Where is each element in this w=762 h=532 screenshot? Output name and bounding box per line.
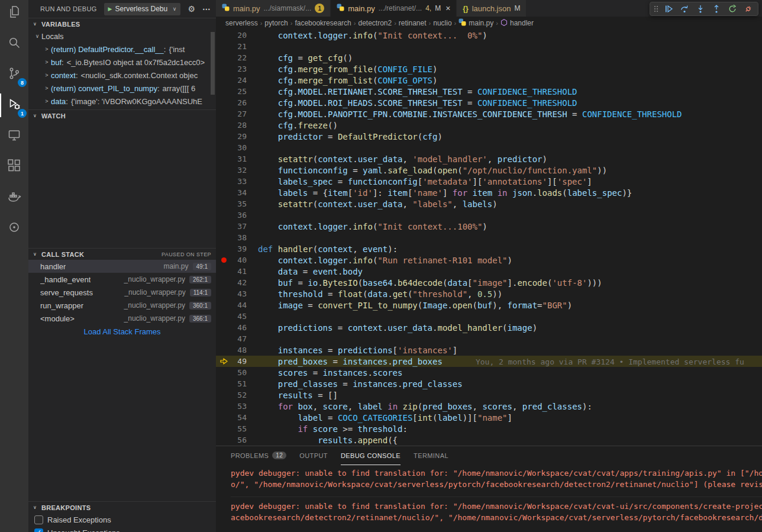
line-number[interactable]: 36 [231,211,247,220]
code-line-55[interactable]: 55 if score >= threshold: [216,423,762,434]
stack-frame-row[interactable]: _handle_event_nuclio_wrapper.py262:1 [28,273,216,286]
variables-scope-locals[interactable]: ∨ Locals [28,30,216,43]
code-line-37[interactable]: 37 context.logger.info("Init context...1… [216,221,762,232]
editor-tab-main.py[interactable]: main.py.../retinanet/...4,M× [331,0,457,17]
line-number[interactable]: 44 [231,301,247,309]
code-line-24[interactable]: 24 cfg.merge_from_list(CONFIG_OPTS) [216,75,762,86]
code-line-38[interactable]: 38 [216,232,762,243]
code-line-23[interactable]: 23 cfg.merge_from_file(CONFIG_FILE) [216,63,762,75]
breadcrumb-item-serverless[interactable]: serverless [225,19,258,27]
code-line-32[interactable]: 32 functionconfig = yaml.safe_load(open(… [216,165,762,176]
code-line-20[interactable]: 20 context.logger.info("Init context... … [216,30,762,41]
line-number[interactable]: 55 [231,424,247,433]
code-line-27[interactable]: 27 cfg.MODEL.PANOPTIC_FPN.COMBINE.INSTAN… [216,108,762,120]
line-number[interactable]: 24 [231,76,247,85]
step-over-button[interactable] [677,2,692,15]
stack-frame-row[interactable]: serve_requests_nuclio_wrapper.py114:1 [28,286,216,299]
line-number[interactable]: 47 [231,334,247,343]
stack-frame-row[interactable]: handlermain.py49:1 [28,260,216,273]
line-number[interactable]: 39 [231,244,247,253]
variable-row[interactable]: >context:<nuclio_sdk.context.Context obj… [28,69,216,82]
code-line-28[interactable]: 28 cfg.freeze() [216,120,762,131]
variables-section-header[interactable]: ∨ VARIABLES [28,18,216,30]
panel-tab-debug-console[interactable]: DEBUG CONSOLE [341,446,401,465]
code-line-30[interactable]: 30 [216,142,762,153]
line-number[interactable]: 30 [231,143,247,152]
load-all-stack-frames-link[interactable]: Load All Stack Frames [28,325,216,338]
breakpoint-glyph[interactable] [216,257,231,263]
line-number[interactable]: 20 [231,31,247,40]
line-number[interactable]: 37 [231,222,247,231]
code-line-56[interactable]: 56 results.append({ [216,434,762,446]
activity-bar-item-search[interactable] [0,28,28,59]
code-line-53[interactable]: 53 for box, score, label in zip(pred_box… [216,401,762,412]
panel-tab-output[interactable]: OUTPUT [299,446,328,465]
code-line-50[interactable]: 50 scores = instances.scores [216,367,762,378]
continue-button[interactable] [661,2,676,15]
code-line-36[interactable]: 36 [216,209,762,221]
activity-bar-item-source-control[interactable]: 8 [0,59,28,90]
line-number[interactable]: 23 [231,65,247,73]
activity-bar-item-explorer[interactable] [0,0,28,28]
scrollbar-thumb[interactable] [211,32,215,95]
breadcrumb-item-handler[interactable]: handler [501,19,534,28]
code-line-52[interactable]: 52 results = [] [216,389,762,401]
close-icon[interactable]: × [445,4,450,13]
variable-row[interactable]: >data:{'image': 'iVBORw0KGgoAAAANSUhE [28,95,216,108]
code-line-45[interactable]: 45 [216,311,762,322]
breadcrumb-item-nuclio[interactable]: nuclio [433,19,451,27]
line-number[interactable]: 40 [231,256,247,265]
code-line-43[interactable]: 43 threshold = float(data.get("threshold… [216,288,762,299]
breadcrumb-item-detectron2[interactable]: detectron2 [358,19,392,27]
activity-bar-item-run-debug[interactable]: 1 [0,90,28,121]
step-into-button[interactable] [693,2,708,15]
line-number[interactable]: 27 [231,109,247,118]
code-line-46[interactable]: 46 predictions = context.user_data.model… [216,322,762,333]
code-editor[interactable]: 20 context.logger.info("Init context... … [216,30,762,446]
activity-bar-item-docker[interactable] [0,182,28,213]
editor-tab-main.py[interactable]: main.py.../siammask/...1 [216,0,331,17]
code-line-29[interactable]: 29 predictor = DefaultPredictor(cfg) [216,131,762,142]
breadcrumb-item-facebookresearch[interactable]: facebookresearch [295,19,351,27]
code-line-31[interactable]: 31 setattr(context.user_data, 'model_han… [216,153,762,165]
call-stack-section-header[interactable]: ∨ CALL STACK PAUSED ON STEP [28,248,216,260]
debug-console-output[interactable]: pydev debugger: unable to find translati… [216,465,762,532]
panel-tab-terminal[interactable]: TERMINAL [414,446,448,465]
line-number[interactable]: 26 [231,98,247,107]
panel-tab-problems[interactable]: PROBLEMS12 [231,446,286,465]
debug-config-dropdown[interactable]: ▶ Serverless Debu ∨ [104,3,181,15]
disconnect-button[interactable] [741,2,755,15]
line-number[interactable]: 42 [231,278,247,287]
code-line-48[interactable]: 48 instances = predictions['instances'] [216,344,762,356]
variable-row[interactable]: >(return) DefaultPredictor.__call__:{'in… [28,43,216,56]
line-number[interactable]: 21 [231,42,247,51]
breadcrumb-item-pytorch[interactable]: pytorch [264,19,288,27]
code-line-49[interactable]: 49 pred_boxes = instances.pred_boxesYou,… [216,356,762,367]
stack-frame-row[interactable]: run_wrapper_nuclio_wrapper.py360:1 [28,299,216,312]
line-number[interactable]: 50 [231,368,247,377]
line-number[interactable]: 35 [231,199,247,208]
line-number[interactable]: 34 [231,188,247,197]
code-line-25[interactable]: 25 cfg.MODEL.RETINANET.SCORE_THRESH_TEST… [216,86,762,97]
code-line-41[interactable]: 41 data = event.body [216,266,762,277]
line-number[interactable]: 53 [231,402,247,411]
breakpoint-row[interactable]: Uncaught Exceptions [28,526,216,532]
stack-frame-row[interactable]: <module>_nuclio_wrapper.py366:1 [28,312,216,325]
line-number[interactable]: 33 [231,177,247,186]
code-line-26[interactable]: 26 cfg.MODEL.ROI_HEADS.SCORE_THRESH_TEST… [216,97,762,108]
code-line-47[interactable]: 47 [216,333,762,344]
code-line-44[interactable]: 44 image = convert_PIL_to_numpy(Image.op… [216,299,762,311]
line-number[interactable]: 56 [231,436,247,444]
breadcrumb-item-main.py[interactable]: main.py [459,18,493,28]
code-line-34[interactable]: 34 labels = {item['id']: item['name'] fo… [216,187,762,198]
activity-bar-item-remote-explorer[interactable] [0,121,28,151]
code-line-35[interactable]: 35 setattr(context.user_data, "labels", … [216,198,762,209]
line-number[interactable]: 54 [231,413,247,422]
line-number[interactable]: 49 [231,357,247,366]
variable-row[interactable]: >(return) convert_PIL_to_numpy:array([[[… [28,82,216,95]
activity-bar-item-extensions[interactable] [0,151,28,182]
breadcrumb-item-retinanet[interactable]: retinanet [399,19,427,27]
code-line-22[interactable]: 22 cfg = get_cfg() [216,52,762,63]
line-number[interactable]: 52 [231,391,247,399]
code-line-33[interactable]: 33 labels_spec = functionconfig['metadat… [216,176,762,187]
